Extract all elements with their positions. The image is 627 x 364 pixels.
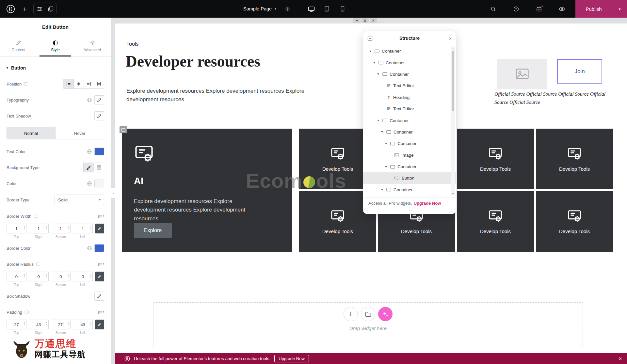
stepper[interactable]: ▴▾: [24, 321, 25, 326]
intro-text[interactable]: Explore development resources Explore de…: [126, 87, 309, 104]
background-color-swatch[interactable]: [94, 180, 104, 187]
caret-down-icon[interactable]: ▾: [376, 72, 380, 76]
tool-card[interactable]: Develop Tools: [536, 129, 613, 189]
caret-down-icon[interactable]: ▾: [368, 50, 372, 53]
sidebar-collapse-button[interactable]: ‹: [111, 188, 116, 198]
tab-style[interactable]: Style: [37, 36, 74, 56]
border-radius-left-input[interactable]: 0▴▾: [73, 272, 93, 281]
page-heading[interactable]: Developer resources: [126, 52, 260, 70]
upgrade-link[interactable]: Upgrade Now: [414, 201, 441, 206]
panel-resize-handle[interactable]: ⋯: [363, 208, 456, 214]
tool-card[interactable]: Develop Tools: [457, 191, 534, 252]
caret-down-icon[interactable]: ▾: [380, 130, 384, 134]
stepper[interactable]: ▴▾: [90, 225, 91, 230]
global-color-button[interactable]: [87, 181, 92, 186]
border-radius-bottom-input[interactable]: 0▴▾: [51, 272, 71, 281]
structure-toggle-button[interactable]: [45, 4, 56, 14]
structure-row-button[interactable]: ▾Button: [363, 172, 456, 184]
padding-unit-select[interactable]: px▾: [98, 310, 104, 314]
background-classic-button[interactable]: [84, 163, 94, 172]
tools-label[interactable]: Tools: [126, 41, 138, 47]
elementor-logo[interactable]: [5, 3, 16, 15]
justify-end-button[interactable]: [84, 79, 94, 88]
add-container-button[interactable]: +: [353, 18, 361, 23]
tool-card[interactable]: Develop Tools: [536, 191, 613, 252]
preview-button[interactable]: [556, 4, 567, 14]
device-tablet-button[interactable]: [323, 4, 331, 14]
structure-row-container[interactable]: ▾Container: [363, 69, 456, 80]
container-edit-handle[interactable]: [120, 126, 127, 133]
finder-search-button[interactable]: [488, 4, 498, 14]
tab-content[interactable]: Content: [0, 36, 37, 56]
structure-row-container[interactable]: ▾Container: [363, 161, 456, 172]
stepper[interactable]: ▴▾: [90, 273, 91, 278]
background-gradient-button[interactable]: [94, 163, 104, 172]
edit-text-shadow-button[interactable]: [94, 111, 104, 120]
justify-center-button[interactable]: [73, 79, 84, 88]
banner-close-button[interactable]: ×: [619, 356, 622, 361]
stepper[interactable]: ▴▾: [46, 273, 47, 278]
structure-row-container[interactable]: ▾Container: [363, 45, 456, 57]
structure-row-container[interactable]: ▾Container: [363, 57, 456, 68]
caret-down-icon[interactable]: ▾: [384, 142, 388, 145]
join-button[interactable]: Join: [557, 59, 602, 84]
justify-stretch-button[interactable]: [94, 79, 104, 88]
caret-down-icon[interactable]: ▾: [372, 61, 376, 64]
structure-row-image[interactable]: ▾Image: [363, 150, 456, 161]
global-color-button[interactable]: [87, 245, 92, 251]
border-radius-unit-select[interactable]: px▾: [98, 262, 104, 266]
section-button-header[interactable]: ▾ Button: [7, 65, 104, 71]
monitor-icon[interactable]: [36, 262, 40, 266]
stepper[interactable]: ▴▾: [24, 225, 25, 230]
card-body[interactable]: Explore development resources Explore de…: [134, 197, 248, 223]
structure-row-text-editor[interactable]: ▾Text Editor: [363, 80, 456, 91]
whats-new-button[interactable]: [534, 4, 544, 14]
structure-row-container[interactable]: ▾Container: [363, 126, 456, 138]
border-width-left-input[interactable]: 1▴▾: [73, 224, 93, 233]
structure-row-container[interactable]: ▾Container: [363, 138, 456, 149]
border-radius-top-input[interactable]: 0▴▾: [7, 272, 26, 281]
link-values-button[interactable]: [95, 224, 104, 233]
edit-typography-button[interactable]: [94, 95, 104, 104]
state-normal-tab[interactable]: Normal: [7, 127, 55, 139]
stepper[interactable]: ▴▾: [90, 321, 91, 326]
official-source-text[interactable]: Official Source Official Source Official…: [494, 90, 609, 106]
add-widget-button[interactable]: +: [344, 307, 358, 321]
caret-down-icon[interactable]: ▾: [384, 165, 388, 168]
ai-builder-button[interactable]: [378, 307, 393, 321]
stepper[interactable]: ▴▾: [46, 321, 47, 326]
tool-card[interactable]: Develop Tools: [457, 129, 534, 189]
monitor-icon[interactable]: [24, 82, 28, 86]
stepper[interactable]: ▴▾: [68, 273, 70, 278]
device-desktop-button[interactable]: [307, 4, 315, 14]
document-switcher[interactable]: Sample Page ▾: [243, 6, 276, 11]
image-placeholder[interactable]: [497, 59, 547, 89]
panel-dock-button[interactable]: [367, 36, 373, 41]
edit-box-shadow-button[interactable]: [94, 292, 104, 301]
structure-row-heading[interactable]: ▾Heading: [363, 92, 456, 103]
padding-right-input[interactable]: 43▴▾: [29, 320, 49, 329]
link-values-button[interactable]: [95, 272, 104, 281]
state-hover-tab[interactable]: Hover: [55, 127, 104, 139]
link-values-button[interactable]: [95, 320, 104, 329]
structure-row-container[interactable]: ▾Container: [363, 184, 456, 196]
publish-button[interactable]: Publish: [575, 0, 612, 18]
stepper[interactable]: ▴▾: [46, 225, 47, 230]
global-color-button[interactable]: [87, 149, 92, 154]
help-button[interactable]: [511, 4, 521, 14]
scrollbar-thumb[interactable]: [452, 51, 454, 111]
justify-start-button[interactable]: [63, 79, 73, 88]
publish-options-button[interactable]: ▾: [612, 0, 627, 18]
padding-top-input[interactable]: 27▴▾: [7, 320, 26, 329]
border-type-select[interactable]: Solid ▾: [55, 195, 104, 205]
border-width-unit-select[interactable]: px▾: [98, 214, 104, 218]
border-width-right-input[interactable]: 1▴▾: [29, 224, 49, 233]
padding-bottom-input[interactable]: 27▴▾: [51, 320, 71, 329]
structure-row-text-editor[interactable]: ▾Text Editor: [363, 103, 456, 115]
drag-widget-area[interactable]: + Drag widget here: [153, 302, 583, 347]
monitor-icon[interactable]: [24, 310, 29, 314]
tab-advanced[interactable]: Advanced: [74, 36, 111, 56]
delete-section-button[interactable]: ×: [370, 18, 377, 23]
padding-left-input[interactable]: 43▴▾: [73, 320, 93, 329]
structure-row-container[interactable]: ▾Container: [363, 115, 456, 126]
